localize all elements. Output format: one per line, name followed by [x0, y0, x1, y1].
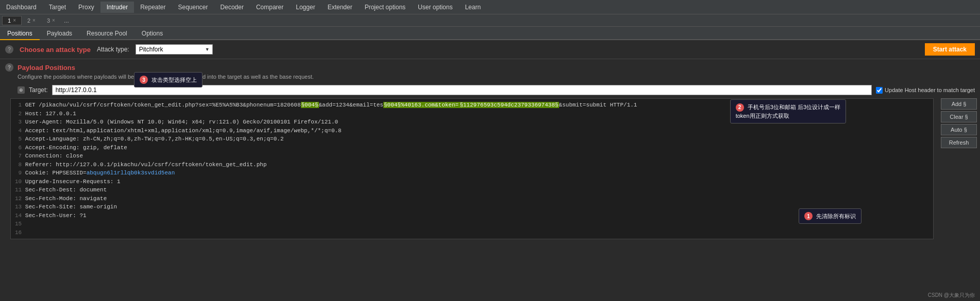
menu-intruder[interactable]: Intruder [100, 2, 134, 13]
menu-project-options[interactable]: Project options [359, 2, 412, 13]
menu-learn[interactable]: Learn [459, 2, 487, 13]
annotation-3-number: 3 [140, 76, 148, 84]
menu-sequencer[interactable]: Sequencer [172, 2, 214, 13]
annotation-bubble-1: 1 先清除所有标识 [799, 208, 861, 224]
right-buttons: Add § Clear § Auto § Refresh [941, 98, 977, 148]
update-host-checkbox[interactable] [876, 87, 883, 94]
update-host-text: Update Host header to match target [885, 87, 975, 93]
tab-more[interactable]: ... [61, 16, 72, 25]
section-tab-resource-pool[interactable]: Resource Pool [79, 28, 134, 40]
tab-3-label: 3 [47, 17, 50, 24]
auto-section-button[interactable]: Auto § [941, 124, 977, 135]
attack-type-select[interactable]: Sniper Battering ram Pitchfork Cluster b… [136, 44, 213, 55]
menu-bar: Dashboard Target Proxy Intruder Repeater… [0, 0, 980, 14]
payload-positions-title-row: ? Payload Positions [5, 63, 975, 72]
tab-1-label: 1 [8, 17, 11, 24]
refresh-button[interactable]: Refresh [941, 137, 977, 148]
section-tab-positions[interactable]: Positions [0, 28, 40, 40]
tab-2[interactable]: 2 × [22, 16, 41, 25]
annotation-2-number: 2 [736, 103, 744, 112]
section-tab-payloads[interactable]: Payloads [40, 28, 79, 40]
attack-type-title: Choose an attack type [20, 46, 91, 54]
annotation-2-text: 手机号后3位和邮箱 后3位设计成一样token用正则方式获取 [736, 104, 840, 119]
annotation-1-number: 1 [804, 212, 813, 220]
attack-type-label: Attack type: [97, 46, 129, 53]
attack-type-help-icon[interactable]: ? [5, 45, 13, 54]
menu-extender[interactable]: Extender [322, 2, 359, 13]
section-tabs: Positions Payloads Resource Pool Options [0, 27, 980, 40]
tab-bar: 1 × 2 × 3 × ... [0, 14, 980, 27]
menu-decoder[interactable]: Decoder [214, 2, 250, 13]
annotation-bubble-2: 2 手机号后3位和邮箱 后3位设计成一样token用正则方式获取 [730, 99, 846, 123]
payload-positions-title: Payload Positions [18, 64, 75, 72]
target-icon: ⊕ [18, 86, 25, 94]
payload-positions-help-icon[interactable]: ? [5, 63, 13, 72]
menu-comparer[interactable]: Comparer [250, 2, 290, 13]
tab-3[interactable]: 3 × [41, 16, 61, 25]
target-label: Target: [29, 86, 48, 94]
main-content: ? Choose an attack type Attack type: Sni… [0, 40, 980, 239]
annotation-3-text: 攻击类型选择空上 [151, 77, 197, 83]
attack-type-section: ? Choose an attack type Attack type: Sni… [0, 40, 980, 59]
start-attack-button[interactable]: Start attack [925, 43, 975, 56]
tab-1-close[interactable]: × [13, 17, 16, 23]
tab-3-close[interactable]: × [52, 17, 55, 23]
annotation-bubble-3: 3 攻击类型选择空上 [134, 72, 202, 87]
section-tab-options[interactable]: Options [134, 28, 170, 40]
attack-type-select-wrapper: Sniper Battering ram Pitchfork Cluster b… [136, 44, 213, 55]
menu-target[interactable]: Target [43, 2, 72, 13]
tab-2-label: 2 [27, 17, 30, 24]
menu-proxy[interactable]: Proxy [72, 2, 100, 13]
add-section-button[interactable]: Add § [941, 98, 977, 110]
tab-2-close[interactable]: × [32, 17, 36, 23]
tab-1[interactable]: 1 × [2, 16, 22, 25]
menu-repeater[interactable]: Repeater [134, 2, 172, 13]
annotation-1-text: 先清除所有标识 [816, 213, 856, 219]
menu-logger[interactable]: Logger [290, 2, 321, 13]
menu-dashboard[interactable]: Dashboard [0, 2, 43, 13]
menu-user-options[interactable]: User options [412, 2, 459, 13]
clear-section-button[interactable]: Clear § [941, 111, 977, 122]
update-host-label[interactable]: Update Host header to match target [876, 87, 975, 94]
